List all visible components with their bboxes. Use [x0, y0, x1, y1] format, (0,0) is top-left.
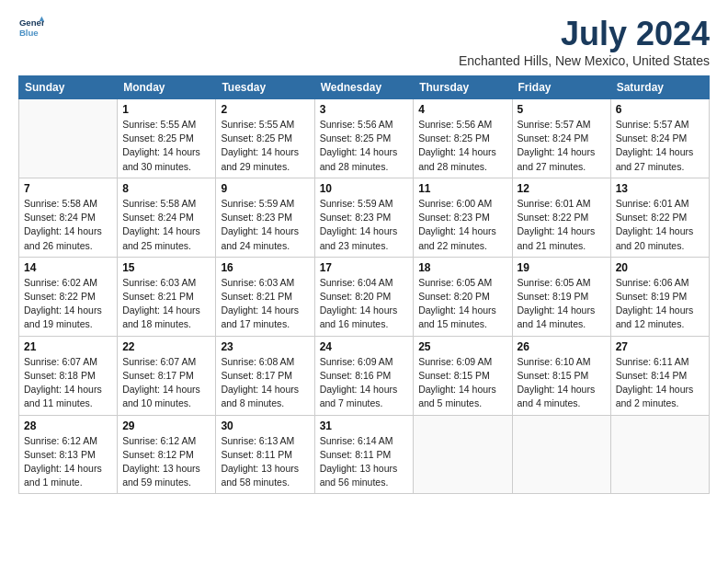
day-number: 29 — [122, 419, 210, 432]
day-info: Sunrise: 6:12 AMSunset: 8:12 PMDaylight:… — [122, 434, 210, 490]
day-number: 30 — [221, 419, 309, 432]
svg-text:Blue: Blue — [19, 28, 39, 38]
calendar-cell: 3Sunrise: 5:56 AMSunset: 8:25 PMDaylight… — [314, 99, 414, 178]
day-info: Sunrise: 6:05 AMSunset: 8:20 PMDaylight:… — [418, 276, 506, 332]
calendar-cell: 11Sunrise: 6:00 AMSunset: 8:23 PMDayligh… — [414, 178, 512, 257]
day-number: 17 — [320, 261, 409, 274]
location-subtitle: Enchanted Hills, New Mexico, United Stat… — [459, 53, 710, 68]
day-info: Sunrise: 6:07 AMSunset: 8:18 PMDaylight:… — [24, 355, 112, 411]
calendar-cell: 13Sunrise: 6:01 AMSunset: 8:22 PMDayligh… — [610, 178, 709, 257]
day-info: Sunrise: 6:11 AMSunset: 8:14 PMDaylight:… — [616, 355, 704, 411]
day-number: 5 — [518, 103, 606, 116]
day-number: 24 — [320, 340, 409, 353]
calendar-cell: 29Sunrise: 6:12 AMSunset: 8:12 PMDayligh… — [118, 415, 216, 494]
day-number: 25 — [418, 340, 506, 353]
day-number: 22 — [122, 340, 210, 353]
month-title: July 2024 — [459, 15, 710, 53]
week-row-2: 7Sunrise: 5:58 AMSunset: 8:24 PMDaylight… — [19, 178, 710, 257]
calendar-cell: 18Sunrise: 6:05 AMSunset: 8:20 PMDayligh… — [414, 257, 512, 336]
calendar-cell: 20Sunrise: 6:06 AMSunset: 8:19 PMDayligh… — [610, 257, 709, 336]
calendar-cell: 7Sunrise: 5:58 AMSunset: 8:24 PMDaylight… — [19, 178, 118, 257]
day-info: Sunrise: 5:55 AMSunset: 8:25 PMDaylight:… — [221, 118, 309, 174]
calendar-cell — [19, 99, 118, 178]
calendar-cell — [414, 415, 512, 494]
calendar-cell: 14Sunrise: 6:02 AMSunset: 8:22 PMDayligh… — [19, 257, 118, 336]
calendar-cell: 28Sunrise: 6:12 AMSunset: 8:13 PMDayligh… — [19, 415, 118, 494]
day-info: Sunrise: 6:06 AMSunset: 8:19 PMDaylight:… — [616, 276, 704, 332]
day-number: 3 — [320, 103, 409, 116]
calendar-cell: 23Sunrise: 6:08 AMSunset: 8:17 PMDayligh… — [216, 336, 314, 415]
day-number: 12 — [518, 182, 606, 195]
day-info: Sunrise: 6:08 AMSunset: 8:17 PMDaylight:… — [221, 355, 309, 411]
header-row: SundayMondayTuesdayWednesdayThursdayFrid… — [19, 76, 710, 99]
calendar-cell: 1Sunrise: 5:55 AMSunset: 8:25 PMDaylight… — [118, 99, 216, 178]
day-number: 4 — [418, 103, 506, 116]
calendar-cell: 22Sunrise: 6:07 AMSunset: 8:17 PMDayligh… — [118, 336, 216, 415]
calendar-cell: 31Sunrise: 6:14 AMSunset: 8:11 PMDayligh… — [314, 415, 414, 494]
day-info: Sunrise: 6:14 AMSunset: 8:11 PMDaylight:… — [320, 434, 409, 490]
calendar-cell: 12Sunrise: 6:01 AMSunset: 8:22 PMDayligh… — [512, 178, 610, 257]
calendar-cell — [610, 415, 709, 494]
day-number: 20 — [616, 261, 704, 274]
calendar-cell: 30Sunrise: 6:13 AMSunset: 8:11 PMDayligh… — [216, 415, 314, 494]
calendar-cell: 26Sunrise: 6:10 AMSunset: 8:15 PMDayligh… — [512, 336, 610, 415]
day-info: Sunrise: 5:56 AMSunset: 8:25 PMDaylight:… — [418, 118, 506, 174]
day-number: 18 — [418, 261, 506, 274]
calendar-cell: 24Sunrise: 6:09 AMSunset: 8:16 PMDayligh… — [314, 336, 414, 415]
day-number: 2 — [221, 103, 309, 116]
calendar-cell: 19Sunrise: 6:05 AMSunset: 8:19 PMDayligh… — [512, 257, 610, 336]
calendar-cell: 4Sunrise: 5:56 AMSunset: 8:25 PMDaylight… — [414, 99, 512, 178]
day-header-thursday: Thursday — [414, 76, 512, 99]
day-number: 26 — [518, 340, 606, 353]
day-info: Sunrise: 6:01 AMSunset: 8:22 PMDaylight:… — [616, 197, 704, 253]
day-number: 15 — [122, 261, 210, 274]
calendar-cell: 2Sunrise: 5:55 AMSunset: 8:25 PMDaylight… — [216, 99, 314, 178]
day-info: Sunrise: 6:03 AMSunset: 8:21 PMDaylight:… — [122, 276, 210, 332]
day-header-sunday: Sunday — [19, 76, 118, 99]
day-number: 10 — [320, 182, 409, 195]
day-number: 31 — [320, 419, 409, 432]
day-number: 7 — [24, 182, 112, 195]
calendar-table: SundayMondayTuesdayWednesdayThursdayFrid… — [18, 75, 710, 494]
calendar-cell: 21Sunrise: 6:07 AMSunset: 8:18 PMDayligh… — [19, 336, 118, 415]
day-number: 19 — [518, 261, 606, 274]
week-row-5: 28Sunrise: 6:12 AMSunset: 8:13 PMDayligh… — [19, 415, 710, 494]
day-info: Sunrise: 5:56 AMSunset: 8:25 PMDaylight:… — [320, 118, 409, 174]
calendar-cell: 16Sunrise: 6:03 AMSunset: 8:21 PMDayligh… — [216, 257, 314, 336]
day-number: 14 — [24, 261, 112, 274]
day-number: 16 — [221, 261, 309, 274]
calendar-cell: 10Sunrise: 5:59 AMSunset: 8:23 PMDayligh… — [314, 178, 414, 257]
day-info: Sunrise: 6:07 AMSunset: 8:17 PMDaylight:… — [122, 355, 210, 411]
title-area: July 2024 Enchanted Hills, New Mexico, U… — [459, 15, 710, 68]
day-info: Sunrise: 6:03 AMSunset: 8:21 PMDaylight:… — [221, 276, 309, 332]
week-row-1: 1Sunrise: 5:55 AMSunset: 8:25 PMDaylight… — [19, 99, 710, 178]
day-number: 6 — [616, 103, 704, 116]
calendar-cell: 6Sunrise: 5:57 AMSunset: 8:24 PMDaylight… — [610, 99, 709, 178]
calendar-cell: 17Sunrise: 6:04 AMSunset: 8:20 PMDayligh… — [314, 257, 414, 336]
day-header-friday: Friday — [512, 76, 610, 99]
logo: General Blue — [18, 15, 44, 40]
day-header-saturday: Saturday — [610, 76, 709, 99]
day-info: Sunrise: 6:04 AMSunset: 8:20 PMDaylight:… — [320, 276, 409, 332]
day-number: 28 — [24, 419, 112, 432]
day-info: Sunrise: 6:10 AMSunset: 8:15 PMDaylight:… — [518, 355, 606, 411]
day-info: Sunrise: 6:02 AMSunset: 8:22 PMDaylight:… — [24, 276, 112, 332]
day-number: 11 — [418, 182, 506, 195]
day-header-monday: Monday — [118, 76, 216, 99]
day-info: Sunrise: 5:58 AMSunset: 8:24 PMDaylight:… — [24, 197, 112, 253]
logo-icon: General Blue — [18, 15, 44, 40]
calendar-cell: 5Sunrise: 5:57 AMSunset: 8:24 PMDaylight… — [512, 99, 610, 178]
calendar-cell — [512, 415, 610, 494]
week-row-4: 21Sunrise: 6:07 AMSunset: 8:18 PMDayligh… — [19, 336, 710, 415]
day-info: Sunrise: 6:05 AMSunset: 8:19 PMDaylight:… — [518, 276, 606, 332]
day-info: Sunrise: 5:57 AMSunset: 8:24 PMDaylight:… — [518, 118, 606, 174]
day-header-tuesday: Tuesday — [216, 76, 314, 99]
day-header-wednesday: Wednesday — [314, 76, 414, 99]
day-info: Sunrise: 6:00 AMSunset: 8:23 PMDaylight:… — [418, 197, 506, 253]
day-info: Sunrise: 5:59 AMSunset: 8:23 PMDaylight:… — [320, 197, 409, 253]
calendar-cell: 15Sunrise: 6:03 AMSunset: 8:21 PMDayligh… — [118, 257, 216, 336]
day-number: 13 — [616, 182, 704, 195]
day-info: Sunrise: 6:01 AMSunset: 8:22 PMDaylight:… — [518, 197, 606, 253]
day-number: 21 — [24, 340, 112, 353]
day-number: 8 — [122, 182, 210, 195]
